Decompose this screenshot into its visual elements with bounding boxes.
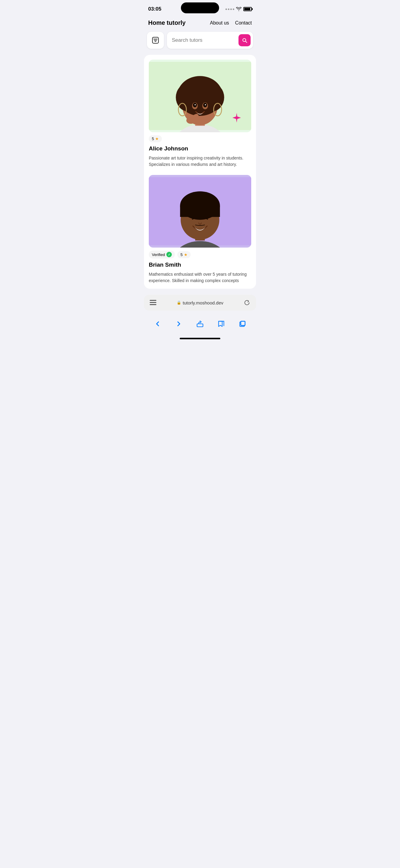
alice-description: Passionate art tutor inspiring creativit… [149, 155, 251, 168]
wifi-icon [236, 7, 241, 11]
sparkle-icon [231, 112, 242, 123]
alice-name: Alice Johnson [149, 145, 251, 152]
alice-image-wrap [149, 60, 251, 132]
bookmarks-button[interactable] [215, 317, 228, 331]
tutor-card-alice[interactable]: 5 ★ Alice Johnson Passionate art tutor i… [149, 60, 251, 168]
filter-button[interactable] [147, 32, 164, 49]
svg-point-14 [205, 104, 206, 105]
brand-logo: Home tutorly [148, 19, 185, 26]
svg-rect-29 [241, 321, 245, 326]
search-icon [241, 37, 248, 43]
brian-description: Mathematics enthusiast with over 5 years… [149, 271, 251, 284]
star-icon: ★ [155, 136, 159, 141]
status-bar: 03:05 [141, 0, 259, 17]
tutor-card-brian[interactable]: Verified 5 ★ Brian Smith Mathematics ent… [149, 175, 251, 284]
back-icon [154, 320, 162, 328]
search-bar [167, 32, 253, 49]
svg-rect-24 [150, 300, 156, 301]
svg-rect-23 [180, 206, 220, 217]
alice-meta: 5 ★ [149, 135, 251, 142]
brian-verified-badge: Verified [149, 251, 175, 258]
brian-rating: 5 ★ [177, 251, 190, 258]
browser-url-display: 🔒 tutorly.moshood.dev [160, 300, 240, 305]
tabs-button[interactable] [236, 317, 249, 331]
browser-address-bar[interactable]: 🔒 tutorly.moshood.dev [144, 295, 256, 311]
brian-image-wrap [149, 175, 251, 248]
browser-menu-icon[interactable] [149, 299, 157, 307]
svg-rect-27 [197, 324, 203, 327]
brian-meta: Verified 5 ★ [149, 251, 251, 258]
brian-portrait [149, 175, 251, 248]
filter-icon [151, 36, 160, 44]
bottom-browser-nav [141, 313, 259, 338]
navigation: Home tutorly About us Contact [141, 17, 259, 32]
search-input[interactable] [172, 37, 238, 43]
svg-point-8 [181, 78, 219, 103]
status-icons [225, 7, 252, 11]
back-button[interactable] [151, 317, 164, 331]
search-container [141, 32, 259, 55]
forward-button[interactable] [172, 317, 185, 331]
alice-rating: 5 ★ [149, 135, 162, 142]
search-button[interactable] [238, 34, 251, 46]
nav-about[interactable]: About us [210, 20, 229, 26]
star-icon: ★ [184, 252, 188, 257]
brian-name: Brian Smith [149, 261, 251, 268]
share-icon [196, 320, 204, 328]
verified-check-icon [166, 252, 172, 257]
status-notch [181, 2, 219, 13]
svg-rect-25 [150, 302, 156, 303]
share-button[interactable] [193, 317, 207, 331]
svg-point-17 [187, 117, 196, 124]
reload-icon [244, 299, 250, 306]
reload-button[interactable] [243, 299, 251, 307]
status-time: 03:05 [148, 6, 161, 12]
lock-icon: 🔒 [177, 301, 181, 305]
url-text: tutorly.moshood.dev [183, 300, 223, 305]
home-indicator [180, 338, 220, 339]
forward-icon [175, 320, 183, 328]
nav-contact[interactable]: Contact [235, 20, 252, 26]
svg-rect-26 [150, 304, 156, 305]
battery-icon [243, 7, 252, 11]
verified-label: Verified [152, 252, 165, 257]
signal-dots [225, 8, 234, 10]
nav-links: About us Contact [210, 20, 252, 26]
menu-lines-icon [150, 300, 156, 305]
svg-point-13 [195, 104, 196, 105]
bookmarks-icon [217, 320, 225, 328]
cards-container: 5 ★ Alice Johnson Passionate art tutor i… [144, 55, 256, 289]
tabs-icon [238, 320, 246, 328]
